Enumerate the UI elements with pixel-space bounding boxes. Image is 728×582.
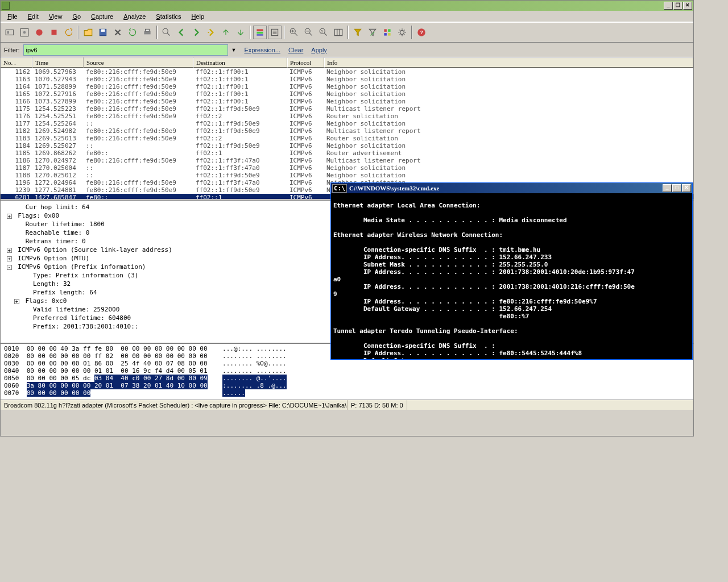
auto-scroll-icon[interactable] — [268, 26, 282, 39]
col-header-info[interactable]: Info — [324, 57, 693, 68]
go-forward-icon[interactable] — [189, 26, 203, 39]
filter-bar: Filter: ▼ Expression... Clear Apply — [1, 43, 693, 57]
svg-rect-5 — [52, 30, 57, 35]
svg-point-25 — [400, 31, 404, 35]
stop-capture-icon[interactable] — [47, 26, 61, 39]
col-header-destination[interactable]: Destination — [193, 57, 287, 68]
interfaces-icon[interactable] — [3, 26, 16, 39]
packet-row[interactable]: 11641071.528899fe80::216:cfff:fe9d:50e9f… — [1, 83, 693, 90]
packet-row[interactable]: 11751254.525223fe80::216:cfff:fe9d:50e9f… — [1, 105, 693, 113]
svg-point-3 — [23, 31, 26, 34]
packet-row[interactable]: 11621069.527963fe80::216:cfff:fe9d:50e9f… — [1, 68, 693, 76]
hex-line[interactable]: 0060 3a 80 00 00 00 00 20 01 07 38 20 01… — [4, 382, 690, 389]
packet-list-header: No. . Time Source Destination Protocol I… — [1, 57, 693, 68]
minimize-button[interactable]: _ — [664, 2, 673, 10]
title-bar[interactable]: _ ❐ ✕ — [1, 1, 693, 11]
menu-file[interactable]: File — [3, 12, 22, 21]
filter-input[interactable] — [23, 44, 228, 56]
toolbar: 1 ? — [1, 22, 693, 43]
collapse-icon[interactable]: - — [7, 265, 12, 270]
svg-text:1: 1 — [321, 30, 323, 33]
svg-rect-9 — [146, 29, 150, 31]
menu-go[interactable]: Go — [68, 12, 85, 21]
svg-point-4 — [36, 29, 42, 35]
maximize-button[interactable]: ❐ — [673, 2, 682, 10]
cmd-output[interactable]: Ethernet adapter Local Area Connection: … — [331, 193, 692, 359]
svg-rect-13 — [257, 32, 263, 34]
go-to-icon[interactable] — [204, 26, 218, 39]
menu-help[interactable]: Help — [187, 12, 209, 21]
expand-icon[interactable]: + — [7, 214, 12, 219]
reload-icon[interactable] — [126, 26, 139, 39]
hex-line[interactable]: 0070 00 00 00 00 00 00 ...... — [4, 389, 690, 397]
svg-rect-20 — [334, 29, 342, 35]
menu-analyze[interactable]: Analyze — [119, 12, 150, 21]
cmd-title-bar[interactable]: C:\ C:\WINDOWS\system32\cmd.exe _ □ ✕ — [331, 183, 692, 193]
resize-columns-icon[interactable] — [332, 26, 345, 39]
open-icon[interactable] — [81, 26, 95, 39]
zoom-reset-icon[interactable]: 1 — [317, 26, 330, 39]
find-icon[interactable] — [160, 26, 173, 39]
close-file-icon[interactable] — [111, 26, 125, 39]
preferences-icon[interactable] — [395, 26, 409, 39]
menu-statistics[interactable]: Statistics — [151, 12, 185, 21]
help-icon[interactable]: ? — [415, 26, 428, 39]
status-right: P: 7135 D: 58 M: 0 — [348, 400, 407, 410]
packet-row[interactable]: 11631070.527943fe80::216:cfff:fe9d:50e9f… — [1, 76, 693, 83]
cmd-close-button[interactable]: ✕ — [682, 184, 691, 192]
close-button[interactable]: ✕ — [683, 2, 692, 10]
packet-list-body[interactable]: 11621069.527963fe80::216:cfff:fe9d:50e9f… — [1, 68, 693, 199]
packet-row[interactable]: 11831269.525013fe80::216:cfff:fe9d:50e9f… — [1, 135, 693, 142]
filter-dropdown-icon[interactable]: ▼ — [231, 47, 237, 53]
packet-row[interactable]: 11841269.525027::ff02::1:ff9d:50e9ICMPv6… — [1, 142, 693, 149]
options-icon[interactable] — [18, 26, 31, 39]
packet-row[interactable]: 11881270.025012::ff02::1:ff9d:50e9ICMPv6… — [1, 172, 693, 179]
hex-line[interactable]: 0050 00 00 00 00 05 dc 03 04 40 c0 00 27… — [4, 375, 690, 382]
menu-capture[interactable]: Capture — [86, 12, 118, 21]
hex-line[interactable]: 0030 00 00 00 00 00 01 86 00 25 4f 40 00… — [4, 360, 690, 367]
svg-rect-21 — [384, 29, 387, 32]
col-header-source[interactable]: Source — [84, 57, 193, 68]
cmd-window[interactable]: C:\ C:\WINDOWS\system32\cmd.exe _ □ ✕ Et… — [330, 182, 693, 360]
cmd-maximize-button[interactable]: □ — [672, 184, 681, 192]
coloring-rules-icon[interactable] — [380, 26, 394, 39]
packet-row[interactable]: 11651072.527916fe80::216:cfff:fe9d:50e9f… — [1, 90, 693, 98]
save-icon[interactable] — [96, 26, 110, 39]
svg-text:?: ? — [420, 30, 424, 35]
restart-capture-icon[interactable] — [62, 26, 76, 39]
colorize-icon[interactable] — [253, 26, 267, 39]
menu-view[interactable]: View — [44, 12, 67, 21]
apply-link[interactable]: Apply — [311, 47, 327, 53]
print-icon[interactable] — [140, 26, 154, 39]
go-first-icon[interactable] — [219, 26, 233, 39]
start-capture-icon[interactable] — [32, 26, 46, 39]
cmd-title-text: C:\WINDOWS\system32\cmd.exe — [349, 185, 440, 192]
packet-row[interactable]: 11821269.524982fe80::216:cfff:fe9d:50e9f… — [1, 127, 693, 135]
app-icon — [2, 2, 10, 10]
display-filters-icon[interactable] — [366, 26, 379, 39]
capture-filters-icon[interactable] — [351, 26, 365, 39]
packet-row[interactable]: 11871270.025004::ff02::1:ff3f:47a0ICMPv6… — [1, 164, 693, 172]
packet-row[interactable]: 11661073.527899fe80::216:cfff:fe9d:50e9f… — [1, 98, 693, 105]
expression-link[interactable]: Expression... — [244, 47, 280, 53]
zoom-out-icon[interactable] — [302, 26, 316, 39]
packet-row[interactable]: 11851269.868262fe80::ff02::1ICMPv6Router… — [1, 149, 693, 157]
svg-rect-22 — [388, 29, 391, 32]
col-header-protocol[interactable]: Protocol — [287, 57, 324, 68]
col-header-no[interactable]: No. . — [1, 57, 32, 68]
hex-line[interactable]: 0040 00 00 00 00 00 00 01 01 00 16 9c f4… — [4, 367, 690, 375]
packet-row[interactable]: 11861270.024972fe80::216:cfff:fe9d:50e9f… — [1, 157, 693, 164]
col-header-time[interactable]: Time — [32, 57, 84, 68]
go-last-icon[interactable] — [234, 26, 247, 39]
zoom-in-icon[interactable] — [287, 26, 301, 39]
svg-rect-0 — [6, 30, 14, 35]
go-back-icon[interactable] — [175, 26, 188, 39]
packet-row[interactable]: 11771254.525264::ff02::1:ff9d:50e9ICMPv6… — [1, 120, 693, 127]
menu-edit[interactable]: Edit — [23, 12, 43, 21]
expand-icon[interactable]: + — [7, 256, 12, 261]
packet-row[interactable]: 11761254.525251fe80::216:cfff:fe9d:50e9f… — [1, 113, 693, 120]
expand-icon[interactable]: + — [14, 299, 19, 304]
cmd-minimize-button[interactable]: _ — [663, 184, 672, 192]
clear-link[interactable]: Clear — [288, 47, 303, 53]
expand-icon[interactable]: + — [7, 248, 12, 253]
